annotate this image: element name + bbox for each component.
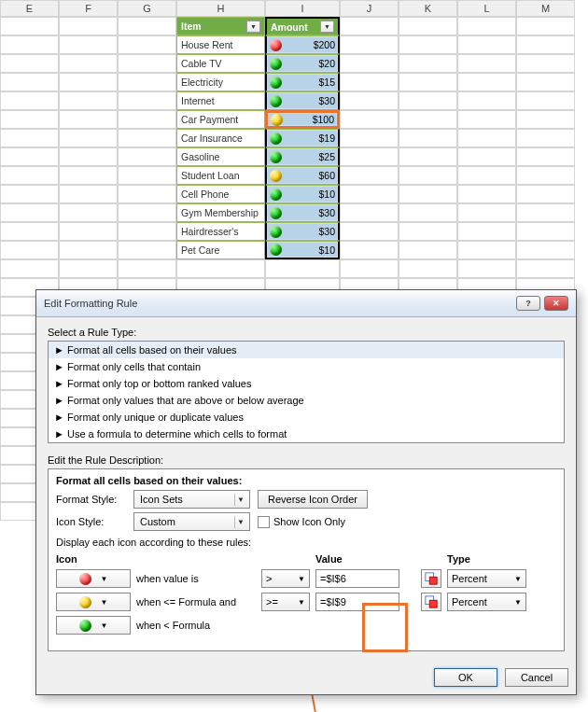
empty-cell[interactable] [0,241,59,259]
item-cell[interactable]: Student Loan [176,166,265,185]
empty-cell[interactable] [340,91,399,110]
empty-cell[interactable] [0,259,59,278]
empty-cell[interactable] [59,166,118,185]
empty-cell[interactable] [399,241,457,259]
empty-cell[interactable] [340,203,399,222]
rule-type-item[interactable]: ► Format only cells that contain [49,358,564,375]
empty-cell[interactable] [59,222,118,241]
empty-cell[interactable] [457,35,516,54]
empty-cell[interactable] [59,35,118,54]
range-selector-button[interactable] [421,593,441,611]
empty-cell[interactable] [340,241,399,259]
empty-cell[interactable] [399,54,457,73]
item-cell[interactable]: Cable TV [176,54,265,73]
item-cell[interactable]: Hairdresser's [176,222,265,241]
type-combo[interactable]: Percent▼ [447,569,526,588]
empty-cell[interactable] [59,203,118,222]
empty-cell[interactable] [399,91,457,110]
empty-cell[interactable] [59,147,118,166]
empty-cell[interactable] [0,166,59,185]
item-cell[interactable]: House Rent [176,35,265,54]
empty-cell[interactable] [59,241,118,259]
empty-cell[interactable] [516,54,575,73]
cancel-button[interactable]: Cancel [505,668,568,687]
empty-cell[interactable] [399,147,457,166]
show-icon-only-checkbox[interactable]: Show Icon Only [258,516,345,528]
empty-cell[interactable] [118,241,176,259]
empty-cell[interactable] [399,203,457,222]
empty-cell[interactable] [340,17,399,35]
rule-type-item[interactable]: ► Format only top or bottom ranked value… [49,375,564,392]
item-cell[interactable]: Gym Membership [176,203,265,222]
empty-cell[interactable] [516,147,575,166]
empty-cell[interactable] [118,203,176,222]
empty-cell[interactable] [59,129,118,147]
empty-cell[interactable] [399,110,457,129]
empty-cell[interactable] [399,166,457,185]
empty-cell[interactable] [118,129,176,147]
empty-cell[interactable] [516,110,575,129]
empty-cell[interactable] [516,91,575,110]
column-header[interactable]: J [340,0,399,17]
empty-cell[interactable] [457,73,516,91]
empty-cell[interactable] [516,185,575,203]
amount-cell[interactable]: $200 [265,35,340,54]
empty-cell[interactable] [340,185,399,203]
empty-cell[interactable] [399,185,457,203]
empty-cell[interactable] [0,129,59,147]
empty-cell[interactable] [516,203,575,222]
column-header[interactable]: K [399,0,457,17]
empty-cell[interactable] [340,147,399,166]
empty-cell[interactable] [457,91,516,110]
empty-cell[interactable] [399,129,457,147]
empty-cell[interactable] [118,54,176,73]
empty-cell[interactable] [457,185,516,203]
empty-cell[interactable] [457,222,516,241]
value-input[interactable] [315,593,399,611]
operator-combo[interactable]: >▼ [261,569,310,588]
empty-cell[interactable] [399,17,457,35]
item-cell[interactable]: Car Insurance [176,129,265,147]
empty-cell[interactable] [0,147,59,166]
amount-cell[interactable]: $20 [265,54,340,73]
column-header[interactable]: F [59,0,118,17]
empty-cell[interactable] [59,259,118,278]
empty-cell[interactable] [59,185,118,203]
empty-cell[interactable] [399,35,457,54]
amount-cell[interactable]: $30 [265,91,340,110]
empty-cell[interactable] [118,35,176,54]
empty-cell[interactable] [516,35,575,54]
empty-cell[interactable] [457,259,516,278]
empty-cell[interactable] [0,35,59,54]
empty-cell[interactable] [399,73,457,91]
table-header-amount[interactable]: Amount▼ [265,17,340,35]
rule-type-item[interactable]: ► Format only values that are above or b… [49,392,564,409]
empty-cell[interactable] [516,166,575,185]
empty-cell[interactable] [457,54,516,73]
empty-cell[interactable] [340,259,399,278]
empty-cell[interactable] [340,222,399,241]
filter-dropdown-icon[interactable]: ▼ [320,21,334,33]
empty-cell[interactable] [457,129,516,147]
empty-cell[interactable] [516,222,575,241]
amount-cell[interactable]: $15 [265,73,340,91]
empty-cell[interactable] [118,91,176,110]
amount-cell[interactable]: $19 [265,129,340,147]
empty-cell[interactable] [340,35,399,54]
empty-cell[interactable] [0,73,59,91]
empty-cell[interactable] [118,147,176,166]
empty-cell[interactable] [457,147,516,166]
column-header[interactable]: M [516,0,575,17]
empty-cell[interactable] [118,185,176,203]
empty-cell[interactable] [0,54,59,73]
icon-picker[interactable]: ▼ [56,593,131,611]
empty-cell[interactable] [59,17,118,35]
empty-cell[interactable] [399,259,457,278]
empty-cell[interactable] [457,166,516,185]
empty-cell[interactable] [340,129,399,147]
item-cell[interactable]: Gasoline [176,147,265,166]
amount-cell[interactable]: $60 [265,166,340,185]
column-header[interactable]: H [176,0,265,17]
operator-combo[interactable]: >=▼ [261,593,310,611]
format-style-combo[interactable]: Icon Sets ▼ [133,490,250,509]
